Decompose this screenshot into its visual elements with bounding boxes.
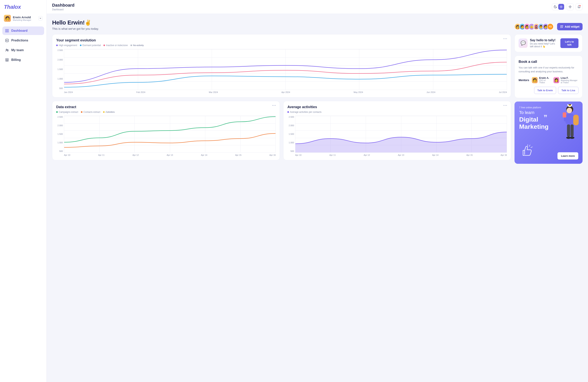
chart: 2.5002.0001.5001.000500 Apr 10Apr 11Apr … [287, 116, 507, 156]
card-title: Book a call [519, 60, 578, 64]
card-menu-button[interactable] [504, 38, 507, 39]
svg-rect-3 [7, 31, 9, 32]
legend-label: Average activities per contacts [290, 111, 322, 113]
sidebar-item-billing[interactable]: Billing [2, 56, 44, 64]
profile-menu-toggle[interactable] [38, 16, 42, 21]
tally-talk-button[interactable]: Let's to talk [560, 38, 578, 48]
chart-icon [5, 39, 9, 42]
sidebar-item-label: Billing [11, 58, 21, 62]
notification-dot [579, 5, 581, 6]
legend-item: Activities [103, 111, 115, 113]
sun-icon [559, 5, 563, 9]
sparkle-icon [568, 5, 572, 9]
legend-dot [287, 111, 289, 113]
mentor: 🧑 Erwin A. CEO of Thalox [532, 76, 551, 84]
tally-card: 💬 Say hello to tally! Do you need help? … [514, 34, 583, 52]
chart: 2.5002.0001.5001.000500 Apr 10Apr 11Apr … [56, 116, 276, 156]
notifications-button[interactable] [576, 3, 583, 10]
sparkle-button[interactable] [567, 3, 574, 10]
x-tick: Apr 15 [466, 154, 473, 156]
victory-emoji: ✌️ [84, 20, 91, 26]
x-tick: Jun 2024 [426, 91, 435, 93]
legend-dot [81, 111, 83, 113]
mentor-name: Erwin A. [539, 76, 551, 79]
y-tick: 2.500 [56, 116, 63, 118]
x-tick: Jul 2024 [499, 91, 507, 93]
light-mode-button[interactable] [558, 4, 564, 10]
mentor-avatar: 👩 [553, 77, 559, 83]
y-tick: 2.000 [287, 124, 294, 127]
hello-sub: This is what we've got for you today. [52, 27, 99, 30]
card-menu-button[interactable] [504, 105, 507, 106]
svg-point-27 [570, 137, 574, 139]
sidebar-item-my-team[interactable]: My team [2, 46, 44, 54]
legend-dot [103, 111, 105, 113]
mentor-name: Lisa F. [561, 76, 578, 79]
y-tick: 1.500 [56, 68, 63, 70]
legend: Campaigns extractContacts extractActivit… [56, 111, 115, 113]
talk-lisa-button[interactable]: Talk to Lisa [558, 87, 578, 94]
x-tick: Mar 2024 [209, 91, 218, 93]
page-title: Dashboard [52, 3, 74, 8]
mentor: 👩 Lisa F. Marketing Manager at Thalox [553, 76, 578, 84]
svg-rect-17 [561, 25, 562, 26]
legend-dot [104, 44, 105, 46]
theme-toggle [552, 3, 565, 10]
profile-block: 🧑 Erwin Arnold Marketing Manager [2, 15, 44, 22]
sidebar-item-dashboard[interactable]: Dashboard [2, 26, 44, 35]
y-tick: 2.500 [56, 49, 63, 51]
average-activities-card: Average activities Average activities pe… [283, 101, 511, 160]
talk-erwin-button[interactable]: Talk to Erwin [534, 87, 556, 94]
y-tick: 1.500 [56, 133, 63, 135]
book-desc: You can talk with one if our experts exc… [519, 66, 578, 73]
promo-card: 7 free online platform To learn DigitalM… [514, 102, 583, 164]
legend-label: No activity [133, 44, 144, 47]
promo-person-illustration: 😎 [558, 104, 580, 141]
book-call-card: Book a call You can talk with one if our… [514, 56, 583, 98]
hello-heading: Hello Erwin!✌️ [52, 19, 99, 26]
svg-point-5 [6, 49, 7, 50]
legend-item: Inactive or indecisive [104, 44, 127, 47]
brand-logo: Thalox [2, 4, 44, 10]
sidebar-item-predictions[interactable]: Predictions [2, 36, 44, 45]
legend-item: Contacts extract [81, 111, 100, 113]
dark-mode-button[interactable] [552, 4, 558, 10]
x-tick: Apr 10 [64, 154, 70, 156]
card-title: Average activities [287, 105, 322, 109]
grid-icon [5, 29, 9, 33]
y-tick: 2.000 [56, 124, 63, 127]
svg-rect-18 [562, 25, 563, 26]
svg-rect-23 [573, 115, 579, 125]
team-icon [5, 48, 9, 52]
add-widget-button[interactable]: Add widget [557, 23, 583, 30]
learn-more-button[interactable]: Learn more [557, 152, 578, 159]
x-tick: Apr 2024 [281, 91, 290, 93]
svg-point-21 [567, 108, 572, 113]
y-tick: 1.000 [56, 78, 63, 80]
mentor-role: CEO of Thalox [539, 79, 551, 84]
sidebar: Thalox 🧑 Erwin Arnold Marketing Manager … [0, 0, 47, 382]
x-tick: Apr 11 [329, 154, 336, 156]
legend-label: Inactive or indecisive [106, 44, 127, 47]
y-tick: 500 [56, 87, 63, 89]
thumbs-up-icon [519, 143, 533, 159]
card-menu-button[interactable] [272, 105, 276, 106]
legend-item: Dormant potential [80, 44, 101, 47]
user-role: Marketing Manager [13, 19, 31, 21]
moon-icon [554, 5, 557, 9]
legend-item: High engagement [56, 44, 77, 47]
mentor-role: Marketing Manager at Thalox [561, 79, 578, 84]
legend-label: Contacts extract [84, 111, 100, 113]
svg-rect-25 [570, 125, 574, 137]
mentor-avatar: 🧑 [532, 77, 537, 83]
breadcrumb: Dashboard [52, 8, 74, 11]
legend-item: Campaigns extract [56, 111, 78, 113]
avatar-overflow[interactable]: +3 [547, 23, 554, 30]
legend-dot [130, 44, 132, 46]
y-tick: 500 [287, 150, 294, 152]
legend-label: Activities [105, 111, 115, 113]
svg-rect-22 [566, 114, 574, 125]
legend-dot [56, 44, 58, 46]
legend-dot [56, 111, 58, 113]
nav: DashboardPredictionsMy teamBilling [2, 26, 44, 64]
